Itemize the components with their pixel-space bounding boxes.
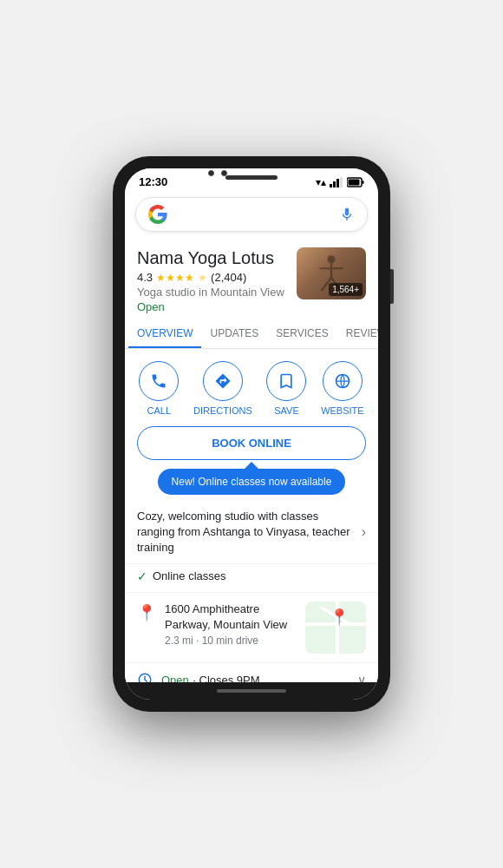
half-star: ★ — [198, 272, 207, 284]
online-classes-badge: ✓ Online classes — [125, 564, 378, 592]
business-photo[interactable]: 1,564+ — [297, 247, 366, 299]
description-row[interactable]: Cozy, welcoming studio with classes rang… — [125, 502, 378, 564]
hours-info: Open · Closes 9PM — [161, 672, 349, 682]
tooltip-arrow — [245, 462, 258, 469]
signal-icon — [330, 177, 343, 187]
call-label: CALL — [147, 405, 172, 416]
action-buttons: CALL DIRECTIONS SA — [125, 349, 378, 421]
wifi-icon: ▾▴ — [316, 176, 326, 188]
hours-row[interactable]: Open · Closes 9PM ∨ — [125, 662, 378, 682]
clock-icon — [137, 672, 153, 682]
hours-closes: · Closes 9PM — [193, 674, 259, 682]
search-bar-container — [125, 192, 378, 239]
google-logo — [148, 205, 167, 224]
tooltip-bubble: New! Online classes now available — [158, 469, 346, 495]
website-icon-circle — [323, 361, 363, 401]
volume-button — [390, 269, 394, 304]
rating-row: 4.3 ★★★★ ★ (2,404) — [137, 271, 288, 284]
camera-right — [221, 170, 227, 176]
home-indicator — [217, 689, 286, 693]
search-bar[interactable] — [135, 197, 368, 232]
status-time: 12:30 — [139, 175, 167, 188]
tabs-container: OVERVIEW UPDATES SERVICES REVIEWS P — [125, 320, 378, 349]
hours-open-status: Open — [161, 674, 189, 682]
svg-rect-2 — [336, 179, 339, 187]
directions-button[interactable]: DIRECTIONS — [193, 361, 252, 416]
address-row[interactable]: 📍 1600 Amphitheatre Parkway, Mountain Vi… — [125, 592, 378, 662]
description-text: Cozy, welcoming studio with classes rang… — [137, 509, 355, 556]
svg-rect-0 — [330, 184, 332, 187]
tab-overview[interactable]: OVERVIEW — [128, 320, 201, 348]
address-info: 1600 Amphitheatre Parkway, Mountain View… — [165, 602, 297, 647]
tab-reviews[interactable]: REVIEWS — [337, 320, 378, 348]
business-name: Nama Yoga Lotus — [137, 247, 288, 268]
expand-hours-icon[interactable]: ∨ — [357, 673, 366, 682]
directions-icon-circle — [203, 361, 243, 401]
chevron-right-icon: › — [362, 524, 366, 540]
website-button[interactable]: WEBSITE — [321, 361, 364, 416]
business-header: Nama Yoga Lotus 4.3 ★★★★ ★ (2,404) Yoga … — [125, 239, 378, 320]
online-classes-text: Online classes — [153, 569, 226, 582]
stars: ★★★★ — [156, 272, 194, 284]
address-street: 1600 Amphitheatre — [165, 602, 297, 617]
camera-left — [208, 170, 214, 176]
phone-screen: 12:30 ▾▴ — [125, 168, 378, 700]
svg-rect-6 — [349, 179, 360, 185]
svg-rect-1 — [333, 181, 336, 187]
distance-text: 2.3 mi · 10 min drive — [165, 635, 297, 647]
location-pin-icon: 📍 — [137, 603, 156, 622]
save-button[interactable]: SAVE — [266, 361, 306, 416]
tooltip-container: New! Online classes now available — [137, 469, 366, 495]
call-icon-circle — [139, 361, 179, 401]
business-type: Yoga studio in Mountain View — [137, 286, 288, 299]
reviews-count: (2,404) — [211, 271, 246, 284]
map-pin-icon: 📍 — [330, 608, 349, 627]
call-icon — [150, 372, 167, 390]
website-label: WEBSITE — [321, 405, 364, 416]
address-city: Parkway, Mountain View — [165, 617, 297, 633]
status-bar: 12:30 ▾▴ — [125, 168, 378, 192]
rating-number: 4.3 — [137, 271, 153, 284]
call-button[interactable]: CALL — [139, 361, 179, 416]
save-label: SAVE — [274, 405, 299, 416]
tooltip-text: New! Online classes now available — [172, 476, 332, 488]
battery-icon — [347, 177, 364, 187]
directions-label: DIRECTIONS — [193, 405, 252, 416]
map-background: 📍 — [305, 602, 366, 654]
status-icons: ▾▴ — [316, 176, 364, 188]
book-online-button[interactable]: BOOK ONLINE — [137, 426, 366, 460]
svg-rect-5 — [363, 181, 364, 184]
tab-updates[interactable]: UPDATES — [201, 320, 267, 348]
check-icon: ✓ — [137, 569, 147, 583]
main-content: Nama Yoga Lotus 4.3 ★★★★ ★ (2,404) Yoga … — [125, 239, 378, 682]
business-info: Nama Yoga Lotus 4.3 ★★★★ ★ (2,404) Yoga … — [137, 247, 288, 313]
photo-count: 1,564+ — [329, 283, 363, 296]
website-icon — [334, 372, 351, 390]
open-status: Open — [137, 300, 288, 313]
map-thumbnail[interactable]: 📍 — [305, 602, 366, 654]
directions-icon — [214, 372, 232, 390]
tab-services[interactable]: SERVICES — [267, 320, 336, 348]
book-online-label: BOOK ONLINE — [212, 437, 291, 450]
svg-point-7 — [328, 255, 336, 263]
home-bar — [125, 682, 378, 700]
svg-rect-3 — [340, 177, 343, 187]
phone-frame: 12:30 ▾▴ — [113, 156, 390, 712]
save-icon-circle — [266, 361, 306, 401]
save-icon — [278, 372, 295, 390]
microphone-icon[interactable] — [339, 207, 355, 222]
